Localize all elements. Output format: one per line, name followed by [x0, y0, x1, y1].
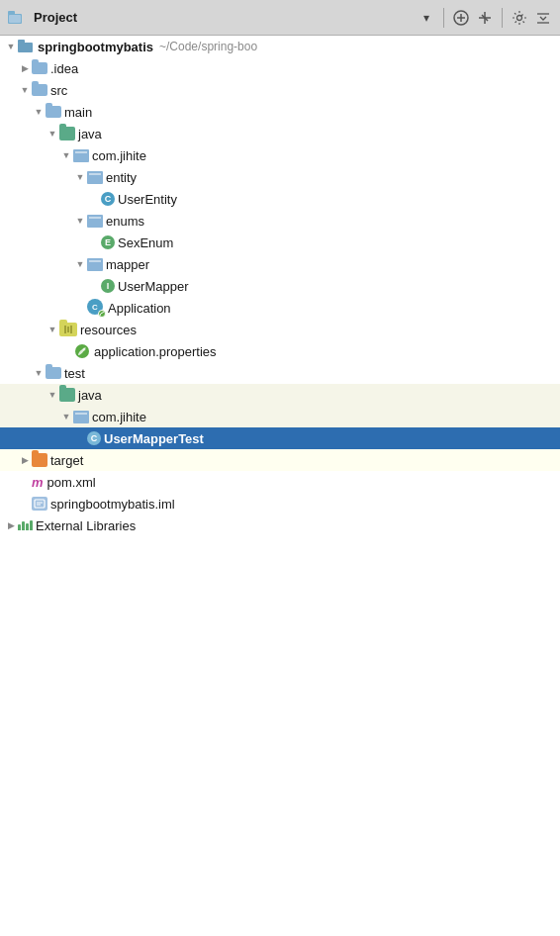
project-tree: ▼ springbootmybatis ~/Code/spring-boo ▶ …	[0, 36, 560, 936]
list-item[interactable]: C Application	[0, 297, 560, 319]
svg-point-9	[517, 15, 522, 20]
expand-arrow-enums: ▼	[73, 214, 87, 228]
toolbar-title: Project	[34, 10, 77, 25]
expand-arrow-main: ▼	[32, 105, 46, 119]
ext-libs-icon	[18, 520, 33, 530]
java-folder-icon	[59, 127, 75, 140]
toolbar: Project ▾	[0, 0, 560, 36]
folder-icon	[46, 367, 61, 379]
app-properties-label: application.properties	[94, 344, 217, 359]
list-item[interactable]: C UserMapperTest	[0, 427, 560, 449]
folder-icon	[46, 106, 61, 118]
resources-folder-icon	[59, 323, 77, 336]
svg-rect-1	[8, 11, 15, 15]
list-item[interactable]: E SexEnum	[0, 232, 560, 253]
test-label: test	[64, 366, 85, 381]
expand-arrow-entity: ▼	[73, 170, 87, 184]
usermapper-label: UserMapper	[118, 279, 189, 294]
com-jihite-test-label: com.jihite	[92, 410, 146, 424]
enum-icon: E	[101, 235, 115, 249]
list-item[interactable]: ▼ entity	[0, 166, 560, 188]
list-item[interactable]: ▼ enums	[0, 210, 560, 232]
svg-point-15	[83, 348, 86, 351]
svg-rect-13	[18, 40, 25, 44]
svg-rect-12	[18, 43, 33, 52]
expand-arrow-target: ▶	[18, 453, 32, 467]
package-icon	[73, 149, 89, 162]
iml-icon	[32, 497, 47, 511]
toolbar-sep-2	[502, 8, 503, 28]
sexenum-label: SexEnum	[118, 235, 173, 250]
expand-arrow-com: ▼	[59, 148, 73, 162]
expand-arrow: ▼	[4, 40, 18, 53]
mapper-label: mapper	[106, 257, 149, 272]
idea-label: .idea	[50, 61, 78, 76]
svg-rect-2	[9, 15, 21, 23]
list-item[interactable]: I UserMapper	[0, 275, 560, 297]
list-item[interactable]: m pom.xml	[0, 471, 560, 493]
list-item[interactable]: springbootmybatis.iml	[0, 493, 560, 515]
svg-rect-16	[35, 500, 45, 508]
entity-label: entity	[106, 170, 137, 185]
expand-arrow-mapper: ▼	[73, 257, 87, 271]
list-item[interactable]: application.properties	[0, 340, 560, 362]
list-item[interactable]: ▼ src	[0, 79, 560, 101]
pom-icon: m	[32, 475, 44, 490]
list-item[interactable]: ▼ java	[0, 384, 560, 406]
ext-libs-label: External Libraries	[36, 518, 136, 533]
list-item[interactable]: ▼ test	[0, 362, 560, 384]
folder-icon	[32, 62, 47, 74]
resources-label: resources	[80, 323, 137, 337]
application-label: Application	[108, 301, 171, 316]
list-item[interactable]: ▼ com.jihite	[0, 144, 560, 166]
package-icon	[87, 171, 103, 184]
update-icon[interactable]	[476, 9, 494, 27]
add-content-icon[interactable]	[452, 9, 470, 27]
list-item[interactable]: ▼ main	[0, 101, 560, 123]
main-label: main	[64, 105, 92, 120]
expand-arrow-com-test: ▼	[59, 410, 73, 423]
list-item[interactable]: ▼ java	[0, 123, 560, 144]
java-test-label: java	[78, 388, 102, 403]
expand-arrow-idea: ▶	[18, 61, 32, 75]
userentity-label: UserEntity	[118, 192, 177, 207]
expand-arrow-src: ▼	[18, 83, 32, 97]
expand-arrow-java-main: ▼	[46, 127, 59, 140]
target-folder-icon	[32, 453, 47, 467]
package-icon	[73, 411, 89, 423]
java-test-folder-icon	[59, 388, 75, 402]
usermappertest-label: UserMapperTest	[104, 431, 204, 446]
expand-arrow-ext: ▶	[4, 518, 18, 532]
class-icon: C	[101, 192, 115, 206]
expand-arrow-resources: ▼	[46, 323, 59, 336]
toolbar-sep-1	[443, 8, 444, 28]
package-icon	[87, 258, 103, 271]
enums-label: enums	[106, 214, 144, 229]
project-folder-icon	[18, 40, 34, 53]
interface-icon: I	[101, 279, 115, 293]
collapse-icon[interactable]	[534, 9, 552, 27]
target-label: target	[50, 453, 83, 468]
pom-label: pom.xml	[47, 475, 96, 490]
list-item[interactable]: ▼ mapper	[0, 253, 560, 275]
list-item[interactable]: ▼ com.jihite	[0, 406, 560, 427]
list-item[interactable]: ▼ resources	[0, 319, 560, 340]
src-label: src	[50, 83, 67, 98]
dropdown-arrow[interactable]: ▾	[418, 9, 435, 27]
com-jihite-label: com.jihite	[92, 148, 146, 163]
package-icon	[87, 215, 103, 228]
java-main-label: java	[78, 127, 102, 141]
expand-arrow-test: ▼	[32, 366, 46, 380]
tree-root[interactable]: ▼ springbootmybatis ~/Code/spring-boo	[0, 36, 560, 57]
settings-icon[interactable]	[511, 9, 528, 27]
list-item[interactable]: C UserEntity	[0, 188, 560, 210]
properties-icon	[73, 342, 91, 360]
class-icon-selected: C	[87, 431, 101, 445]
external-libraries[interactable]: ▶ External Libraries	[0, 515, 560, 536]
folder-icon	[32, 84, 47, 96]
list-item[interactable]: ▶ target	[0, 449, 560, 471]
root-path: ~/Code/spring-boo	[159, 40, 257, 53]
list-item[interactable]: ▶ .idea	[0, 57, 560, 79]
root-label: springbootmybatis	[38, 40, 153, 54]
iml-label: springbootmybatis.iml	[50, 497, 175, 512]
